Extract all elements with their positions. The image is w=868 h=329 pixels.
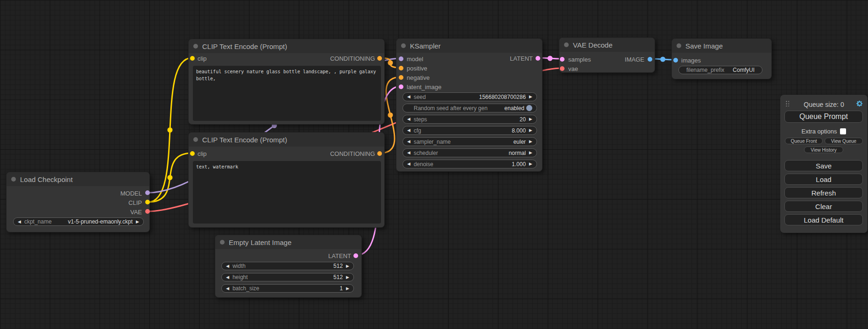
link-midpoint-dot-positive-conditioning[interactable] bbox=[388, 60, 393, 65]
node-title-bar[interactable]: Save Image bbox=[672, 39, 771, 53]
output-port-conditioning[interactable] bbox=[377, 151, 382, 156]
output-label-image: IMAGE bbox=[625, 56, 644, 63]
input-label-positive: positive bbox=[407, 65, 427, 71]
output-label-vae: VAE bbox=[130, 209, 142, 215]
save-button[interactable]: Save bbox=[784, 160, 863, 171]
node-clip-text-encode-positive[interactable]: CLIP Text Encode (Prompt) clip CONDITION… bbox=[188, 39, 385, 125]
decrement-arrow-icon[interactable]: ◀ bbox=[407, 140, 410, 144]
node-title-bar[interactable]: VAE Decode bbox=[559, 38, 655, 52]
input-port-samples[interactable] bbox=[560, 57, 565, 62]
input-label-latent-image: latent_image bbox=[407, 84, 441, 90]
extra-options-checkbox[interactable] bbox=[840, 128, 846, 134]
view-history-button[interactable]: View History bbox=[804, 147, 843, 153]
output-label-conditioning: CONDITIONING bbox=[330, 151, 375, 157]
decrement-arrow-icon[interactable]: ◀ bbox=[407, 95, 410, 99]
node-title-bar[interactable]: CLIP Text Encode (Prompt) bbox=[189, 39, 384, 53]
decrement-arrow-icon[interactable]: ◀ bbox=[226, 287, 229, 291]
increment-arrow-icon[interactable]: ▶ bbox=[346, 275, 349, 280]
increment-arrow-icon[interactable]: ▶ bbox=[529, 117, 532, 121]
widget-random-seed-toggle[interactable]: Random seed after every gen enabled bbox=[402, 104, 537, 112]
increment-arrow-icon[interactable]: ▶ bbox=[529, 95, 532, 99]
input-port-clip[interactable] bbox=[190, 56, 195, 61]
output-port-latent[interactable] bbox=[536, 56, 540, 61]
prompt-textarea[interactable]: beautiful scenery nature glass bottle la… bbox=[193, 66, 381, 121]
link-midpoint-dot-clip-to-negative-prompt[interactable] bbox=[168, 175, 173, 180]
node-title: KSampler bbox=[410, 42, 441, 50]
input-port-vae[interactable] bbox=[560, 66, 565, 71]
output-label-clip: CLIP bbox=[128, 200, 142, 206]
decrement-arrow-icon[interactable]: ◀ bbox=[407, 128, 410, 133]
widget-ckpt-name[interactable]: ◀ ckpt_name v1-5-pruned-emaonly.ckpt ▶ bbox=[13, 217, 144, 226]
link-midpoint-dot-image-to-save[interactable] bbox=[660, 57, 665, 62]
queue-prompt-button[interactable]: Queue Prompt bbox=[784, 111, 863, 123]
output-port-latent[interactable] bbox=[353, 253, 358, 258]
node-empty-latent-image[interactable]: Empty Latent Image LATENT ◀ width 512 ▶ … bbox=[215, 235, 362, 298]
extra-options-label: Extra options bbox=[802, 128, 837, 135]
node-ksampler[interactable]: KSampler model positive negative latent_… bbox=[396, 38, 543, 172]
load-button[interactable]: Load bbox=[784, 174, 863, 185]
clear-button[interactable]: Clear bbox=[784, 201, 863, 212]
refresh-button[interactable]: Refresh bbox=[784, 187, 863, 198]
settings-gear-icon[interactable] bbox=[856, 100, 863, 107]
node-title-bar[interactable]: CLIP Text Encode (Prompt) bbox=[189, 133, 384, 147]
node-graph-canvas[interactable]: Load Checkpoint MODEL CLIP VAE ◀ ckpt_na… bbox=[0, 0, 868, 329]
node-status-dot bbox=[401, 43, 406, 48]
decrement-arrow-icon[interactable]: ◀ bbox=[407, 162, 410, 166]
widget-scheduler[interactable]: ◀ scheduler normal ▶ bbox=[402, 148, 537, 157]
decrement-arrow-icon[interactable]: ◀ bbox=[407, 151, 410, 155]
widget-batch-size[interactable]: ◀ batch_size 1 ▶ bbox=[221, 284, 354, 293]
input-port-latent-image[interactable] bbox=[399, 84, 403, 89]
link-midpoint-dot-latent-to-samples[interactable] bbox=[548, 56, 553, 61]
input-label-model: model bbox=[407, 56, 423, 62]
node-status-dot bbox=[220, 240, 225, 245]
widget-denoise[interactable]: ◀ denoise 1.000 ▶ bbox=[402, 160, 537, 168]
increment-arrow-icon[interactable]: ▶ bbox=[529, 151, 532, 155]
load-default-button[interactable]: Load Default bbox=[784, 214, 863, 225]
queue-front-button[interactable]: Queue Front bbox=[785, 138, 823, 144]
toggle-dot[interactable] bbox=[526, 105, 532, 111]
increment-arrow-icon[interactable]: ▶ bbox=[529, 128, 532, 133]
link-midpoint-dot-negative-conditioning[interactable] bbox=[388, 112, 393, 118]
widget-height[interactable]: ◀ height 512 ▶ bbox=[221, 273, 354, 281]
node-clip-text-encode-negative[interactable]: CLIP Text Encode (Prompt) clip CONDITION… bbox=[188, 132, 385, 228]
widget-width[interactable]: ◀ width 512 ▶ bbox=[221, 262, 354, 270]
widget-sampler-name[interactable]: ◀ sampler_name euler ▶ bbox=[402, 137, 537, 146]
input-port-positive[interactable] bbox=[399, 66, 403, 70]
input-label-samples: samples bbox=[568, 56, 591, 63]
increment-arrow-icon[interactable]: ▶ bbox=[529, 140, 532, 144]
input-port-images[interactable] bbox=[673, 58, 678, 63]
output-port-image[interactable] bbox=[648, 57, 652, 62]
node-title-bar[interactable]: KSampler bbox=[396, 39, 542, 53]
increment-arrow-icon[interactable]: ▶ bbox=[346, 264, 349, 268]
view-queue-button[interactable]: View Queue bbox=[825, 138, 863, 144]
node-vae-decode[interactable]: VAE Decode samples vae IMAGE bbox=[559, 37, 655, 73]
node-save-image[interactable]: Save Image images filename_prefix ComfyU… bbox=[671, 38, 772, 79]
decrement-arrow-icon[interactable]: ◀ bbox=[18, 220, 21, 224]
node-title-bar[interactable]: Load Checkpoint bbox=[7, 172, 149, 186]
output-port-model[interactable] bbox=[145, 190, 150, 195]
output-label-latent: LATENT bbox=[510, 56, 533, 62]
node-title: Empty Latent Image bbox=[229, 238, 291, 246]
input-port-model[interactable] bbox=[399, 56, 403, 61]
increment-arrow-icon[interactable]: ▶ bbox=[346, 287, 349, 291]
increment-arrow-icon[interactable]: ▶ bbox=[136, 220, 139, 224]
prompt-textarea[interactable]: text, watermark bbox=[193, 161, 381, 224]
widget-steps[interactable]: ◀ steps 20 ▶ bbox=[402, 115, 537, 124]
decrement-arrow-icon[interactable]: ◀ bbox=[407, 117, 410, 121]
menu-panel[interactable]: Queue size: 0 Queue Prompt Extra options… bbox=[780, 95, 868, 233]
decrement-arrow-icon[interactable]: ◀ bbox=[226, 264, 229, 268]
node-load-checkpoint[interactable]: Load Checkpoint MODEL CLIP VAE ◀ ckpt_na… bbox=[6, 172, 150, 232]
node-status-dot bbox=[564, 42, 569, 47]
node-title-bar[interactable]: Empty Latent Image bbox=[215, 235, 361, 249]
widget-filename-prefix[interactable]: filename_prefix ComfyUI bbox=[678, 66, 762, 74]
increment-arrow-icon[interactable]: ▶ bbox=[529, 162, 532, 166]
widget-seed[interactable]: ◀ seed 156680208700286 ▶ bbox=[402, 92, 537, 101]
link-midpoint-dot-clip-to-positive-prompt[interactable] bbox=[168, 127, 173, 133]
input-port-negative[interactable] bbox=[399, 75, 403, 80]
output-port-vae[interactable] bbox=[145, 209, 150, 214]
decrement-arrow-icon[interactable]: ◀ bbox=[226, 275, 229, 280]
output-port-conditioning[interactable] bbox=[377, 56, 382, 61]
output-port-clip[interactable] bbox=[145, 200, 150, 204]
input-port-clip[interactable] bbox=[190, 151, 195, 156]
widget-cfg[interactable]: ◀ cfg 8.000 ▶ bbox=[402, 126, 537, 135]
